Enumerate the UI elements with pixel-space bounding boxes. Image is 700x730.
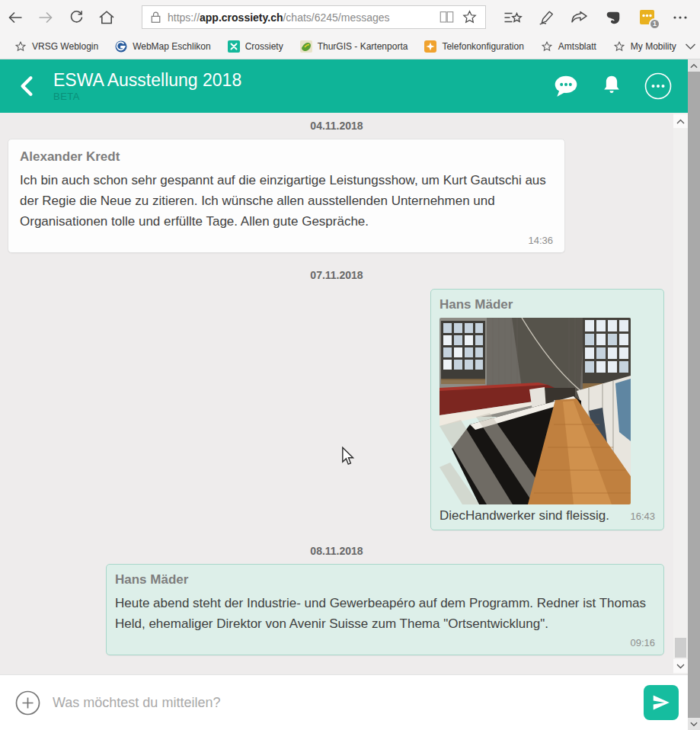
- star-icon: [14, 40, 27, 53]
- favorite-my-mobility[interactable]: My Mobility: [605, 34, 685, 59]
- window-scrollbar[interactable]: [688, 59, 700, 730]
- reading-view-icon: [439, 10, 455, 24]
- thurgis-icon: [300, 40, 312, 53]
- pen-icon: [537, 8, 556, 27]
- forward-icon: [37, 8, 55, 27]
- send-button[interactable]: [644, 685, 679, 720]
- messages-button[interactable]: [552, 74, 580, 98]
- share-button[interactable]: [563, 3, 596, 32]
- address-bar[interactable]: https://app.crossiety.ch/chats/6245/mess…: [142, 5, 486, 29]
- back-to-chats-button[interactable]: [0, 75, 53, 97]
- message-sender: Hans Mäder: [439, 297, 655, 312]
- chevron-up-icon: [690, 63, 698, 69]
- chat-bubble-icon: [552, 74, 580, 98]
- crossiety-chat-app: ESWA Ausstellung 2018 BETA 04.11.2018 Al…: [0, 59, 688, 730]
- notifications-button[interactable]: [601, 75, 622, 98]
- favorite-crossiety[interactable]: Crossiety: [219, 34, 292, 59]
- date-separator: 04.11.2018: [0, 120, 673, 132]
- message-sender: Alexander Kredt: [20, 149, 553, 165]
- plus-circle-icon: [15, 690, 40, 716]
- scroll-up-button[interactable]: [673, 114, 688, 128]
- back-button[interactable]: [0, 3, 30, 32]
- back-icon: [6, 8, 24, 27]
- chat-scrollbar[interactable]: [673, 113, 688, 674]
- notes-extension-button[interactable]: 1: [630, 3, 663, 32]
- favorites-overflow-button[interactable]: [685, 43, 696, 50]
- star-icon: [541, 40, 553, 53]
- message-input[interactable]: [53, 687, 644, 718]
- message-sender: Hans Mäder: [115, 572, 655, 588]
- scroll-down-button[interactable]: [673, 659, 688, 673]
- chat-options-button[interactable]: [644, 72, 673, 101]
- photo-caption: DiecHandwerker sind fleissig.: [439, 508, 609, 523]
- message-composer: [0, 674, 688, 730]
- more-ellipsis-icon: [672, 9, 689, 26]
- web-note-button[interactable]: [529, 3, 563, 32]
- chevron-up-icon: [676, 119, 685, 124]
- beta-label: BETA: [53, 91, 241, 102]
- date-separator: 07.11.2018: [0, 269, 673, 281]
- message-photo[interactable]: [439, 318, 631, 504]
- favorite-vrsg-weblogin[interactable]: VRSG Weblogin: [6, 34, 107, 59]
- window-scrollbar-thumb[interactable]: [688, 72, 700, 718]
- webmap-icon: [115, 40, 127, 53]
- favorite-telefonkonfiguration[interactable]: Telefonkonfiguration: [416, 34, 532, 59]
- favorite-webmap-eschlikon[interactable]: WebMap Eschlikon: [107, 34, 219, 59]
- evernote-elephant-icon: [605, 9, 622, 26]
- refresh-icon: [68, 8, 85, 26]
- lock-icon: [150, 11, 161, 24]
- reading-view-button[interactable]: [435, 7, 458, 28]
- share-icon: [570, 8, 590, 27]
- message-hans-maeder-text: Hans Mäder Heute abend steht der Industr…: [106, 564, 664, 655]
- forward-button[interactable]: [30, 3, 61, 32]
- attach-button[interactable]: [15, 690, 40, 716]
- evernote-extension-button[interactable]: [596, 3, 630, 32]
- bell-icon: [601, 75, 622, 98]
- crossiety-icon: [228, 40, 240, 53]
- chevron-down-icon: [685, 43, 696, 50]
- more-button[interactable]: [663, 3, 697, 32]
- message-hans-maeder-photo: Hans Mäder: [430, 289, 664, 530]
- message-time: 09:16: [115, 637, 655, 648]
- message-time: 14:36: [20, 235, 553, 246]
- favorite-amtsblatt[interactable]: Amtsblatt: [532, 34, 605, 59]
- url-text: https://app.crossiety.ch/chats/6245/mess…: [168, 11, 435, 24]
- extension-badge: 1: [649, 18, 660, 30]
- date-separator: 08.11.2018: [0, 545, 673, 557]
- star-icon: [613, 40, 625, 53]
- message-text: Ich bin auch schon sehr gespannt auf die…: [20, 170, 553, 232]
- message-alexander-kredt: Alexander Kredt Ich bin auch schon sehr …: [8, 139, 565, 253]
- chevron-left-icon: [18, 75, 35, 97]
- window-scroll-up-button[interactable]: [688, 59, 700, 72]
- browser-toolbar: https://app.crossiety.ch/chats/6245/mess…: [0, 0, 700, 34]
- chat-header: ESWA Ausstellung 2018 BETA: [0, 59, 688, 113]
- favorites-bar: VRSG Weblogin WebMap Eschlikon Crossiety…: [0, 34, 700, 59]
- add-favorite-button[interactable]: [458, 7, 481, 28]
- chevron-down-icon: [690, 722, 698, 727]
- circle-ellipsis-icon: [644, 72, 673, 101]
- chat-title: ESWA Ausstellung 2018: [53, 70, 241, 90]
- message-text: Heute abend steht der Industrie- und Gew…: [115, 593, 655, 634]
- favorite-thurgis[interactable]: ThurGIS - Kartenporta: [292, 34, 417, 59]
- hub-favorites-icon: [503, 8, 523, 27]
- refresh-button[interactable]: [61, 3, 91, 32]
- star-icon: [462, 9, 478, 25]
- chat-scrollbar-thumb[interactable]: [675, 638, 686, 658]
- hub-button[interactable]: [496, 3, 529, 32]
- home-button[interactable]: [91, 3, 122, 32]
- message-time: 16:43: [630, 511, 655, 522]
- telefon-icon: [424, 40, 436, 53]
- chevron-down-icon: [676, 664, 685, 669]
- send-icon: [651, 693, 671, 712]
- home-icon: [97, 8, 116, 27]
- window-scroll-down-button[interactable]: [688, 718, 700, 730]
- message-list: 04.11.2018 Alexander Kredt Ich bin auch …: [0, 113, 688, 674]
